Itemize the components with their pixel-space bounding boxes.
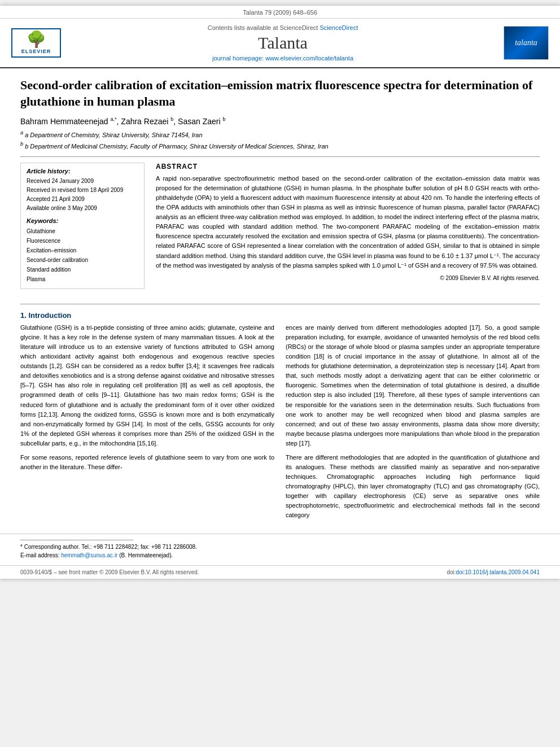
received-date: Received 24 January 2009 — [27, 177, 138, 186]
doi-link[interactable]: doi:10.1016/j.talanta.2009.04.041 — [456, 569, 540, 575]
journal-center: Contents lists available at ScienceDirec… — [68, 24, 498, 62]
elsevier-tree-icon: 🌳 — [15, 32, 58, 47]
journal-homepage-link[interactable]: www.elsevier.com/locate/talanta — [265, 55, 353, 62]
author-3: Sasan Zaeri b — [178, 117, 225, 126]
intro-para-4: There are different methodologies that a… — [286, 453, 540, 520]
top-bar: Talanta 79 (2009) 648–656 — [0, 6, 560, 19]
journal-title: Talanta — [68, 33, 498, 53]
accepted-date: Accepted 21 April 2009 — [27, 195, 138, 204]
section-title-intro: 1. Introduction — [20, 311, 540, 320]
issue-info: Talanta 79 (2009) 648–656 — [243, 9, 317, 16]
keyword-6: Plasma — [27, 274, 138, 284]
page: Talanta 79 (2009) 648–656 🌳 ELSEVIER Con… — [0, 6, 560, 579]
right-column: ABSTRACT A rapid non-separative spectrof… — [156, 163, 540, 295]
info-abstract-section: Article history: Received 24 January 200… — [20, 163, 540, 295]
article-title: Second-order calibration of excitation–e… — [20, 77, 540, 110]
footnote-divider — [20, 540, 133, 540]
revised-date: Received in revised form 18 April 2009 — [27, 186, 138, 195]
keyword-1: Glutathione — [27, 226, 138, 236]
talanta-logo-image: talanta — [504, 26, 549, 60]
divider-1 — [20, 156, 540, 157]
abstract-title: ABSTRACT — [156, 163, 540, 171]
email-note: E-mail address: hemmath@sunus.ac.ir (B. … — [20, 551, 540, 560]
keyword-4: Second-order calibration — [27, 255, 138, 265]
author-1: Bahram Hemmateenejad a,*, — [20, 117, 121, 126]
doi-info: doi:doi:10.1016/j.talanta.2009.04.041 — [447, 569, 540, 575]
footer-area: * Corresponding author. Tel.: +98 711 22… — [0, 534, 560, 565]
contents-line: Contents lists available at ScienceDirec… — [68, 24, 498, 31]
elsevier-logo: 🌳 ELSEVIER — [11, 28, 62, 58]
affiliation-b: b b Department of Medicinal Chemistry, F… — [20, 141, 540, 151]
left-column: Article history: Received 24 January 200… — [20, 163, 145, 295]
body-two-col: Glutathione (GSH) is a tri-peptide consi… — [20, 323, 540, 525]
section-number: 1. — [20, 311, 27, 320]
keyword-3: Excitation–emission — [27, 246, 138, 255]
journal-header: 🌳 ELSEVIER Contents lists available at S… — [0, 19, 560, 68]
affiliations: a a Department of Chemistry, Shiraz Univ… — [20, 129, 540, 151]
keywords-section: Keywords: Glutathione Fluorescence Excit… — [27, 217, 138, 284]
elsevier-label: ELSEVIER — [15, 49, 58, 54]
authors-line: Bahram Hemmateenejad a,*, Zahra Rezaei b… — [20, 116, 540, 126]
intro-para-3: ences are mainly derived from different … — [286, 323, 540, 448]
talanta-logo-text: talanta — [515, 38, 537, 47]
author-2: Zahra Rezaei b, — [121, 117, 178, 126]
footnote: * Corresponding author. Tel.: +98 711 22… — [20, 540, 540, 560]
history-title: Article history: — [27, 168, 138, 174]
talanta-logo-box: talanta — [504, 26, 549, 60]
intro-para-2: For some reasons, reported reference lev… — [20, 453, 274, 472]
body-right-col: ences are mainly derived from different … — [286, 323, 540, 525]
copyright: © 2009 Elsevier B.V. All rights reserved… — [156, 275, 540, 281]
body-left-col: Glutathione (GSH) is a tri-peptide consi… — [20, 323, 274, 525]
article-content: Second-order calibration of excitation–e… — [0, 68, 560, 304]
keyword-2: Fluorescence — [27, 236, 138, 246]
corresponding-note: * Corresponding author. Tel.: +98 711 22… — [20, 543, 540, 551]
article-info-box: Article history: Received 24 January 200… — [20, 163, 145, 289]
keywords-title: Keywords: — [27, 217, 138, 224]
abstract-text: A rapid non-separative spectroflourimetr… — [156, 174, 540, 270]
body-section: 1. Introduction Glutathione (GSH) is a t… — [0, 304, 560, 531]
intro-para-1: Glutathione (GSH) is a tri-peptide consi… — [20, 323, 274, 448]
affiliation-a: a a Department of Chemistry, Shiraz Univ… — [20, 129, 540, 139]
keyword-5: Standard addition — [27, 265, 138, 274]
issn-info: 0039-9140/$ – see front matter © 2009 El… — [20, 569, 199, 575]
section-label: Introduction — [28, 311, 71, 320]
sciencedirect-link[interactable]: ScienceDirect — [320, 24, 358, 31]
available-date: Available online 3 May 2009 — [27, 204, 138, 213]
journal-url: journal homepage: www.elsevier.com/locat… — [68, 55, 498, 62]
bottom-bar: 0039-9140/$ – see front matter © 2009 El… — [0, 565, 560, 579]
email-link[interactable]: hemmath@sunus.ac.ir — [61, 552, 117, 558]
